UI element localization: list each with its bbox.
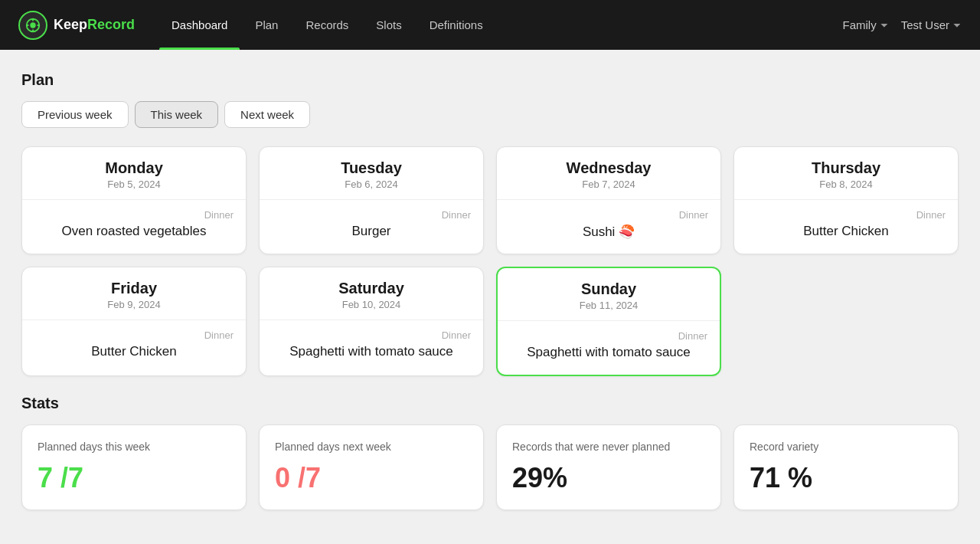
day-header-thursday: Thursday Feb 8, 2024 bbox=[734, 147, 958, 200]
day-date-tuesday: Feb 6, 2024 bbox=[272, 179, 471, 190]
stat-value-planned-next-week: 0 /7 bbox=[275, 462, 468, 494]
meal-type-sunday: Dinner bbox=[510, 330, 707, 342]
stat-value-planned-this-week: 7 /7 bbox=[38, 462, 230, 494]
nav-slots[interactable]: Slots bbox=[364, 12, 413, 38]
previous-week-button[interactable]: Previous week bbox=[21, 101, 129, 128]
day-card-friday[interactable]: Friday Feb 9, 2024 Dinner Butter Chicken bbox=[21, 267, 247, 376]
day-header-wednesday: Wednesday Feb 7, 2024 bbox=[497, 147, 720, 200]
meal-name-friday: Butter Chicken bbox=[34, 344, 234, 359]
days-grid: Monday Feb 5, 2024 Dinner Oven roasted v… bbox=[21, 146, 959, 376]
logo-icon bbox=[18, 11, 47, 40]
svg-point-1 bbox=[30, 22, 35, 28]
stat-label-planned-next-week: Planned days next week bbox=[275, 441, 468, 453]
meal-type-thursday: Dinner bbox=[746, 209, 946, 221]
day-body-friday: Dinner Butter Chicken bbox=[22, 320, 246, 374]
stat-card-planned-this-week: Planned days this week 7 /7 bbox=[21, 424, 247, 510]
meal-name-monday: Oven roasted vegetables bbox=[34, 224, 234, 239]
stats-title: Stats bbox=[21, 395, 959, 412]
day-name-thursday: Thursday bbox=[746, 159, 946, 177]
day-name-wednesday: Wednesday bbox=[509, 159, 708, 177]
day-body-monday: Dinner Oven roasted vegetables bbox=[22, 200, 246, 254]
day-header-monday: Monday Feb 5, 2024 bbox=[22, 147, 246, 200]
day-name-sunday: Sunday bbox=[510, 280, 707, 298]
nav-dashboard[interactable]: Dashboard bbox=[159, 12, 240, 38]
day-header-tuesday: Tuesday Feb 6, 2024 bbox=[260, 147, 483, 200]
day-body-saturday: Dinner Spaghetti with tomato sauce bbox=[260, 320, 483, 374]
day-name-monday: Monday bbox=[34, 159, 234, 177]
nav-records[interactable]: Records bbox=[293, 12, 361, 38]
nav-links: Dashboard Plan Records Slots Definitions bbox=[159, 12, 842, 38]
stat-label-record-variety: Record variety bbox=[750, 441, 942, 453]
day-date-wednesday: Feb 7, 2024 bbox=[509, 179, 708, 190]
this-week-button[interactable]: This week bbox=[135, 101, 219, 128]
stat-label-never-planned: Records that were never planned bbox=[512, 441, 705, 453]
plan-title: Plan bbox=[21, 71, 959, 89]
logo[interactable]: KeepRecord bbox=[18, 11, 135, 40]
meal-type-wednesday: Dinner bbox=[509, 209, 708, 221]
stat-value-never-planned: 29% bbox=[512, 462, 705, 494]
meal-type-monday: Dinner bbox=[34, 209, 234, 221]
day-name-tuesday: Tuesday bbox=[272, 159, 471, 177]
day-date-friday: Feb 9, 2024 bbox=[34, 299, 234, 310]
day-header-sunday: Sunday Feb 11, 2024 bbox=[498, 268, 720, 321]
day-card-sunday[interactable]: Sunday Feb 11, 2024 Dinner Spaghetti wit… bbox=[496, 267, 721, 376]
day-body-tuesday: Dinner Burger bbox=[260, 200, 483, 254]
day-body-sunday: Dinner Spaghetti with tomato sauce bbox=[498, 321, 720, 375]
navbar: KeepRecord Dashboard Plan Records Slots … bbox=[0, 0, 980, 50]
stat-label-planned-this-week: Planned days this week bbox=[38, 441, 230, 453]
meal-name-sunday: Spaghetti with tomato sauce bbox=[510, 345, 707, 360]
day-date-sunday: Feb 11, 2024 bbox=[510, 300, 707, 311]
day-card-tuesday[interactable]: Tuesday Feb 6, 2024 Dinner Burger bbox=[259, 146, 484, 254]
day-header-saturday: Saturday Feb 10, 2024 bbox=[260, 267, 483, 320]
family-selector[interactable]: Family ⏷ bbox=[842, 18, 888, 31]
meal-type-tuesday: Dinner bbox=[272, 209, 471, 221]
stat-value-record-variety: 71 % bbox=[750, 462, 942, 494]
nav-definitions[interactable]: Definitions bbox=[417, 12, 495, 38]
nav-plan[interactable]: Plan bbox=[243, 12, 290, 38]
nav-right: Family ⏷ Test User ⏷ bbox=[842, 18, 962, 31]
day-body-thursday: Dinner Butter Chicken bbox=[734, 200, 958, 254]
day-card-saturday[interactable]: Saturday Feb 10, 2024 Dinner Spaghetti w… bbox=[259, 267, 484, 376]
day-body-wednesday: Dinner Sushi 🍣 bbox=[497, 200, 720, 254]
meal-name-thursday: Butter Chicken bbox=[746, 224, 946, 239]
day-card-wednesday[interactable]: Wednesday Feb 7, 2024 Dinner Sushi 🍣 bbox=[496, 146, 721, 254]
day-card-monday[interactable]: Monday Feb 5, 2024 Dinner Oven roasted v… bbox=[21, 146, 247, 254]
meal-type-friday: Dinner bbox=[34, 329, 234, 341]
day-date-saturday: Feb 10, 2024 bbox=[272, 299, 471, 310]
stat-card-planned-next-week: Planned days next week 0 /7 bbox=[259, 424, 484, 510]
chevron-down-icon: ⏷ bbox=[880, 20, 889, 31]
next-week-button[interactable]: Next week bbox=[224, 101, 310, 128]
user-menu[interactable]: Test User ⏷ bbox=[901, 18, 962, 31]
day-card-thursday[interactable]: Thursday Feb 8, 2024 Dinner Butter Chick… bbox=[733, 146, 959, 254]
day-name-friday: Friday bbox=[34, 280, 234, 297]
week-buttons: Previous week This week Next week bbox=[21, 101, 959, 128]
meal-type-saturday: Dinner bbox=[272, 329, 471, 341]
chevron-down-icon: ⏷ bbox=[952, 20, 962, 31]
day-card-empty bbox=[733, 267, 959, 376]
day-name-saturday: Saturday bbox=[272, 280, 471, 297]
day-header-friday: Friday Feb 9, 2024 bbox=[22, 267, 246, 320]
meal-name-tuesday: Burger bbox=[272, 224, 471, 239]
stats-section: Stats Planned days this week 7 /7 Planne… bbox=[21, 395, 959, 510]
stat-card-record-variety: Record variety 71 % bbox=[733, 424, 959, 510]
day-date-monday: Feb 5, 2024 bbox=[34, 179, 234, 190]
main-content: Plan Previous week This week Next week M… bbox=[0, 50, 980, 544]
stats-grid: Planned days this week 7 /7 Planned days… bbox=[21, 424, 959, 510]
meal-name-wednesday: Sushi 🍣 bbox=[509, 224, 708, 240]
stat-card-never-planned: Records that were never planned 29% bbox=[496, 424, 721, 510]
meal-name-saturday: Spaghetti with tomato sauce bbox=[272, 344, 471, 359]
day-date-thursday: Feb 8, 2024 bbox=[746, 179, 946, 190]
plan-section: Plan Previous week This week Next week M… bbox=[21, 71, 959, 376]
logo-text: KeepRecord bbox=[54, 17, 135, 33]
